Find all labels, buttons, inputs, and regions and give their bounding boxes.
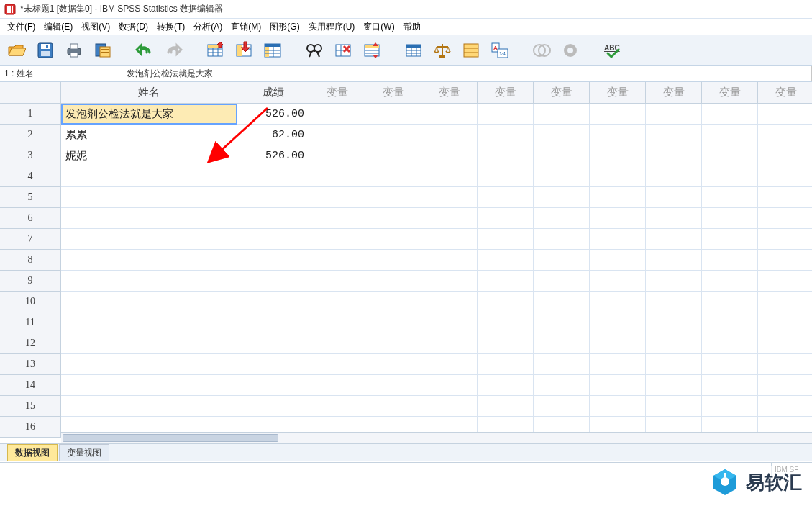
cell-empty[interactable] [590, 104, 646, 125]
spellcheck-icon[interactable]: ABC [601, 40, 623, 61]
cell-empty[interactable] [237, 333, 309, 354]
cell-empty[interactable] [590, 292, 646, 312]
row-header[interactable]: 12 [0, 333, 61, 354]
cell-empty[interactable] [365, 208, 421, 229]
cell-empty[interactable] [309, 145, 365, 166]
cell-empty[interactable] [61, 292, 237, 312]
cell-empty[interactable] [478, 292, 534, 312]
cell-empty[interactable] [237, 208, 309, 229]
cell-empty[interactable] [590, 271, 646, 292]
cell-empty[interactable] [365, 333, 421, 354]
row-header[interactable]: 3 [0, 145, 61, 166]
cell-empty[interactable] [590, 396, 646, 417]
cell-empty[interactable] [646, 333, 702, 354]
col-header-var-9[interactable]: 变量 [758, 82, 812, 104]
cell-empty[interactable] [421, 333, 478, 354]
cell-empty[interactable] [478, 166, 534, 187]
cell-empty[interactable] [646, 104, 702, 125]
menu-utilities[interactable]: 实用程序(U) [304, 19, 360, 35]
col-header-var-2[interactable]: 变量 [365, 82, 421, 104]
cell-empty[interactable] [590, 250, 646, 271]
cell-empty[interactable] [237, 292, 309, 312]
cell-empty[interactable] [646, 166, 702, 187]
cell-name[interactable]: 发泡剂公检法就是大家 [61, 104, 237, 125]
cell-empty[interactable] [646, 354, 702, 375]
cell-empty[interactable] [237, 250, 309, 271]
tab-variable-view[interactable]: 变量视图 [59, 444, 109, 461]
cell-empty[interactable] [61, 271, 237, 292]
col-header-var-7[interactable]: 变量 [646, 82, 702, 104]
cell-empty[interactable] [365, 250, 421, 271]
cell-empty[interactable] [309, 125, 365, 145]
cell-empty[interactable] [758, 229, 812, 250]
cell-empty[interactable] [309, 271, 365, 292]
cell-empty[interactable] [646, 187, 702, 208]
select-cases-icon[interactable] [403, 40, 424, 61]
cell-empty[interactable] [61, 208, 237, 229]
cell-empty[interactable] [421, 166, 478, 187]
cell-empty[interactable] [534, 312, 590, 333]
cell-empty[interactable] [365, 271, 421, 292]
find-icon[interactable] [304, 40, 325, 61]
col-header-score[interactable]: 成绩 [237, 82, 309, 104]
menu-help[interactable]: 帮助 [399, 19, 425, 35]
cell-empty[interactable] [646, 125, 702, 145]
menu-data[interactable]: 数据(D) [114, 19, 152, 35]
cell-empty[interactable] [702, 104, 758, 125]
cell-name[interactable]: 累累 [61, 125, 237, 145]
cell-empty[interactable] [590, 187, 646, 208]
cell-score[interactable]: 62.00 [237, 125, 309, 145]
cell-empty[interactable] [758, 187, 812, 208]
cell-empty[interactable] [702, 229, 758, 250]
goto-variable-icon[interactable] [233, 40, 255, 61]
cell-empty[interactable] [702, 354, 758, 375]
cell-empty[interactable] [61, 250, 237, 271]
cell-empty[interactable] [309, 187, 365, 208]
use-sets-icon[interactable]: A1⁄4 [489, 40, 511, 61]
cell-empty[interactable] [421, 292, 478, 312]
cell-empty[interactable] [309, 375, 365, 396]
cell-empty[interactable] [702, 333, 758, 354]
cell-empty[interactable] [478, 187, 534, 208]
cell-empty[interactable] [61, 375, 237, 396]
cell-empty[interactable] [309, 104, 365, 125]
cell-empty[interactable] [421, 312, 478, 333]
cell-empty[interactable] [702, 396, 758, 417]
cell-empty[interactable] [590, 229, 646, 250]
cell-empty[interactable] [309, 312, 365, 333]
cell-empty[interactable] [758, 354, 812, 375]
cell-empty[interactable] [758, 271, 812, 292]
cell-empty[interactable] [758, 166, 812, 187]
cell-empty[interactable] [365, 145, 421, 166]
cell-empty[interactable] [590, 375, 646, 396]
cell-empty[interactable] [61, 333, 237, 354]
cell-empty[interactable] [365, 312, 421, 333]
undo-icon[interactable] [134, 40, 155, 61]
cell-empty[interactable] [702, 145, 758, 166]
col-header-var-5[interactable]: 变量 [534, 82, 590, 104]
cell-empty[interactable] [646, 292, 702, 312]
weight-cases-icon[interactable] [432, 40, 453, 61]
cell-empty[interactable] [702, 271, 758, 292]
cell-empty[interactable] [590, 145, 646, 166]
redo-icon[interactable] [163, 40, 184, 61]
cell-empty[interactable] [478, 271, 534, 292]
cell-empty[interactable] [534, 375, 590, 396]
cell-empty[interactable] [309, 354, 365, 375]
cell-empty[interactable] [534, 292, 590, 312]
menu-view[interactable]: 视图(V) [77, 19, 114, 35]
cell-score[interactable]: 526.00 [237, 145, 309, 166]
col-header-var-6[interactable]: 变量 [590, 82, 646, 104]
cell-score[interactable]: 526.00 [237, 104, 309, 125]
row-header[interactable]: 6 [0, 208, 61, 229]
menu-graphs[interactable]: 图形(G) [265, 19, 304, 35]
cell-empty[interactable] [237, 354, 309, 375]
cell-empty[interactable] [478, 354, 534, 375]
horizontal-scrollbar[interactable] [61, 432, 812, 443]
menu-analyze[interactable]: 分析(A) [189, 19, 227, 35]
cell-empty[interactable] [702, 312, 758, 333]
cell-empty[interactable] [61, 229, 237, 250]
circle1-icon[interactable] [531, 40, 552, 61]
cell-empty[interactable] [478, 396, 534, 417]
col-header-var-4[interactable]: 变量 [478, 82, 534, 104]
